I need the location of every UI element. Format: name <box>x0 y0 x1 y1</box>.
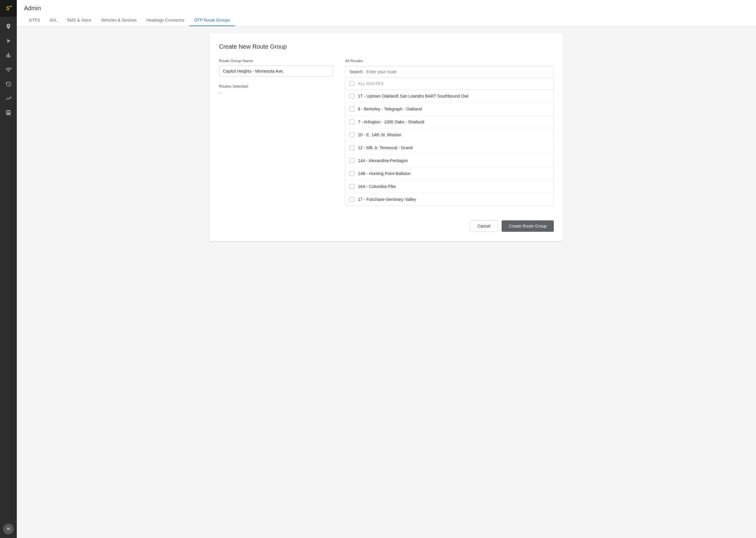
search-label: Search <box>350 69 363 74</box>
route-name-17: 17 - Foxchase-Seminary Valley <box>358 197 416 202</box>
sidebar-item-play[interactable] <box>2 35 15 47</box>
route-name-10: 10 - E. 14th St. Mission <box>358 133 402 137</box>
main-content: Admin GTFS AVL SMS & Voice Vehicles & De… <box>17 0 756 538</box>
routes-selected-value: -- <box>219 90 333 95</box>
route-checkbox-16A[interactable] <box>350 184 354 189</box>
form-layout: Route Group Name Routes Selected: -- All… <box>219 59 554 206</box>
route-item-16A[interactable]: 16A - Columbia Pike <box>345 180 553 193</box>
all-routes-label: All Routes <box>345 59 554 63</box>
route-checkbox-6[interactable] <box>350 107 354 111</box>
route-item-6[interactable]: 6 - Berkeley - Telegraph - Oakland <box>345 103 553 116</box>
route-checkbox-7[interactable] <box>350 120 354 124</box>
svg-point-2 <box>10 5 12 7</box>
tab-otp-route-groups[interactable]: OTP Route Groups <box>189 15 235 26</box>
sidebar-item-location[interactable] <box>2 21 15 32</box>
routes-list: ALL ROUTES 1T - Uptown Oakland\ San Lean… <box>345 77 554 206</box>
route-checkbox-14A[interactable] <box>350 158 354 163</box>
route-item-7[interactable]: 7 - Arlington - 1000 Oaks - Shattuck <box>345 116 553 129</box>
search-bar: Search <box>345 66 554 77</box>
tab-avl[interactable]: AVL <box>45 15 62 26</box>
cancel-button[interactable]: Cancel <box>470 220 498 232</box>
create-route-group-button[interactable]: Create Route Group <box>501 220 554 232</box>
tab-bar: GTFS AVL SMS & Voice Vehicles & Devices … <box>24 15 749 26</box>
left-panel: Route Group Name Routes Selected: -- <box>219 59 333 95</box>
tab-headsign-connector[interactable]: Headsign Connector <box>142 15 190 26</box>
card-title: Create New Route Group <box>219 43 554 50</box>
sidebar-item-signal[interactable] <box>2 64 15 76</box>
route-item-17[interactable]: 17 - Foxchase-Seminary Valley <box>345 193 553 206</box>
page-title: Admin <box>24 0 749 15</box>
route-group-name-label: Route Group Name <box>219 59 333 63</box>
route-checkbox-1T[interactable] <box>350 94 354 98</box>
route-name-16A: 16A - Columbia Pike <box>358 184 396 189</box>
route-group-name-input[interactable] <box>219 66 333 77</box>
content-area: Create New Route Group Route Group Name … <box>17 27 756 538</box>
logo: S <box>0 0 17 17</box>
sidebar-nav <box>2 17 15 520</box>
header: Admin GTFS AVL SMS & Voice Vehicles & De… <box>17 0 756 27</box>
route-checkbox-10[interactable] <box>350 133 354 137</box>
route-name-14A: 14A - Alexandria-Pentagon <box>358 158 408 163</box>
sidebar-item-trending[interactable] <box>2 92 15 104</box>
route-item-12[interactable]: 12 - Mlk Jr. Temescal - Grand <box>345 141 553 154</box>
svg-text:S: S <box>6 5 10 11</box>
sidebar-bottom: M <box>3 520 14 538</box>
sidebar: S M <box>0 0 17 538</box>
route-item-1T[interactable]: 1T - Uptown Oakland\ San Leandro BART So… <box>345 90 553 103</box>
route-name-12: 12 - Mlk Jr. Temescal - Grand <box>358 145 413 150</box>
select-all-checkbox[interactable] <box>350 81 354 86</box>
tab-sms-voice[interactable]: SMS & Voice <box>62 15 96 26</box>
route-item-10[interactable]: 10 - E. 14th St. Mission <box>345 129 553 141</box>
card-footer: Cancel Create Route Group <box>219 216 554 232</box>
right-panel: All Routes Search ALL ROUTES <box>345 59 554 206</box>
route-item-14B[interactable]: 14B - Hunting Point-Ballston <box>345 167 553 180</box>
route-name-7: 7 - Arlington - 1000 Oaks - Shattuck <box>358 120 424 124</box>
route-checkbox-12[interactable] <box>350 145 354 150</box>
user-avatar[interactable]: M <box>3 523 14 534</box>
search-input[interactable] <box>366 69 549 74</box>
route-name-1T: 1T - Uptown Oakland\ San Leandro BART So… <box>358 94 468 98</box>
route-name-6: 6 - Berkeley - Telegraph - Oakland <box>358 107 422 111</box>
all-routes-text: ALL ROUTES <box>358 81 383 86</box>
route-checkbox-17[interactable] <box>350 197 354 202</box>
tab-gtfs[interactable]: GTFS <box>24 15 45 26</box>
routes-selected-label: Routes Selected: <box>219 84 333 88</box>
tab-vehicles-devices[interactable]: Vehicles & Devices <box>96 15 141 26</box>
sidebar-item-analytics[interactable] <box>2 49 15 61</box>
sidebar-item-bus[interactable] <box>2 107 15 119</box>
create-route-group-card: Create New Route Group Route Group Name … <box>210 34 563 242</box>
all-routes-header-row[interactable]: ALL ROUTES <box>345 78 553 90</box>
route-name-14B: 14B - Hunting Point-Ballston <box>358 171 411 176</box>
route-item-14A[interactable]: 14A - Alexandria-Pentagon <box>345 154 553 167</box>
route-checkbox-14B[interactable] <box>350 171 354 176</box>
sidebar-item-history[interactable] <box>2 78 15 90</box>
